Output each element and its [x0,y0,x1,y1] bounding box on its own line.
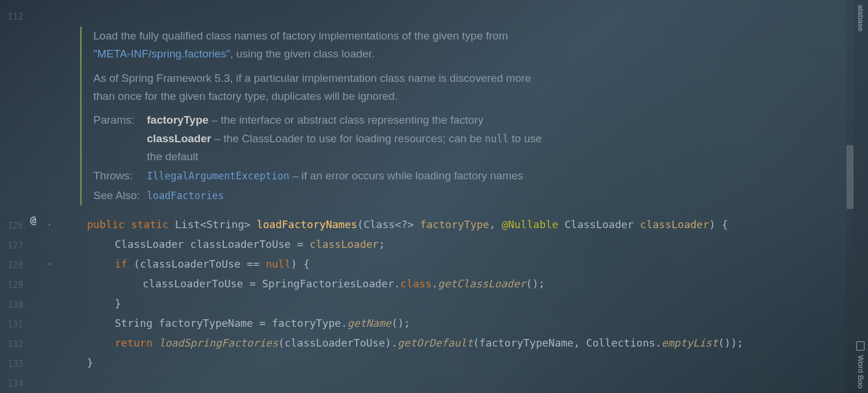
line-number: 131 [0,315,23,334]
javadoc-params-label: Params: [93,111,147,167]
line-number: 129 [0,275,23,295]
javadoc-note: As of Spring Framework 5.3, if a particu… [93,69,544,106]
javadoc-null-keyword: null [485,133,509,145]
javadoc-throws: IllegalArgumentException – if an error o… [147,167,544,186]
javadoc-throws-label: Throws: [93,167,147,186]
fold-toggle-icon[interactable]: ▾ [48,215,52,235]
code-line[interactable]: classLoaderToUse = SpringFactoriesLoader… [57,274,868,294]
javadoc-text: Load the fully qualified class names of … [93,30,508,42]
code-line[interactable]: String factoryTypeName = factoryType.get… [57,313,868,333]
line-number: 126 [0,216,23,236]
code-line[interactable]: } [57,353,868,373]
javadoc-exception-link[interactable]: IllegalArgumentException [147,170,289,182]
annotation-marker-icon[interactable]: @ [30,210,37,230]
line-number: 134 [0,374,23,393]
code-line[interactable]: public static List<String> loadFactoryNa… [57,215,868,235]
code-line[interactable]: return loadSpringFactories(classLoaderTo… [57,333,868,353]
javadoc-popup: Load the fully qualified class names of … [80,27,544,205]
javadoc-link[interactable]: "META-INF/spring.factories" [93,48,230,60]
editor-content[interactable]: Load the fully qualified class names of … [57,0,868,393]
gutter-annotations: @ ▾ ▾ [28,0,57,393]
javadoc-throws-desc: – if an error occurs while loading facto… [289,170,523,182]
vertical-scrollbar[interactable] [847,0,854,393]
line-number: 133 [0,354,23,374]
javadoc-param-desc: – the ClassLoader to use for loading res… [211,132,485,145]
fold-toggle-icon[interactable]: ▾ [48,254,52,274]
right-tool-panel: atabase Word Boo [854,0,868,393]
javadoc-param-name: factoryType [147,114,208,126]
javadoc-seealso-label: See Also: [93,186,147,205]
javadoc-param-desc: – the interface or abstract class repres… [209,114,484,126]
wordbook-tool-tab[interactable]: Word Boo [854,337,867,393]
code-line[interactable]: } [57,294,868,313]
wordbook-icon [856,341,865,353]
line-gutter: 112 126 127 128 129 130 131 132 133 134 … [0,0,28,393]
javadoc-summary: Load the fully qualified class names of … [93,27,544,63]
line-number: 128 [0,255,23,275]
javadoc-text: , using the given class loader. [230,48,375,60]
javadoc-seealso-link[interactable]: loadFactories [147,190,224,201]
database-tool-tab[interactable]: atabase [854,0,867,36]
javadoc-param-name: classLoader [147,132,211,145]
code-editor: 112 126 127 128 129 130 131 132 133 134 … [0,0,868,393]
line-number: 112 [0,7,23,27]
line-number: 132 [0,334,23,354]
line-number: 130 [0,295,23,315]
code-line[interactable]: if (classLoaderToUse == null) { [57,254,868,274]
code-line[interactable]: ClassLoader classLoaderToUse = classLoad… [57,235,868,254]
code-line[interactable] [57,373,868,392]
line-number: 127 [0,236,23,255]
scrollbar-thumb[interactable] [847,145,854,209]
javadoc-param: factoryType – the interface or abstract … [147,111,544,167]
